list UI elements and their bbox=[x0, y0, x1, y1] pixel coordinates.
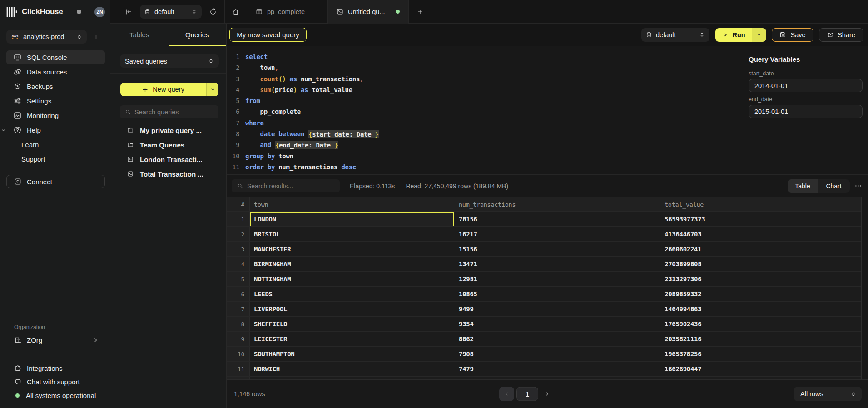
search-results-input[interactable]: Search results... bbox=[232, 179, 340, 192]
new-tab-button[interactable] bbox=[417, 9, 423, 15]
next-page-button[interactable] bbox=[544, 391, 550, 397]
current-page[interactable]: 1 bbox=[516, 387, 538, 401]
connect-button[interactable]: Connect bbox=[6, 175, 105, 188]
table-cell[interactable]: 9354 bbox=[454, 317, 661, 331]
table-cell[interactable]: 7479 bbox=[454, 362, 661, 376]
table-cell[interactable]: 2703899808 bbox=[661, 257, 861, 271]
page-size-selector[interactable]: All rows bbox=[794, 387, 862, 401]
query-list-item[interactable]: My private query ... bbox=[110, 123, 226, 138]
sidebar-footer-integrations[interactable]: Integrations bbox=[0, 361, 110, 375]
table-cell[interactable]: 13471 bbox=[454, 257, 661, 271]
sidebar-footer-chat-with-support[interactable]: Chat with support bbox=[0, 375, 110, 388]
table-cell[interactable]: 2660602241 bbox=[661, 242, 861, 256]
table-cell[interactable]: 3 bbox=[227, 242, 250, 256]
table-cell[interactable]: 1464994863 bbox=[661, 302, 861, 316]
tab-bar: pp_completeUntitled qu... bbox=[247, 0, 409, 24]
table-cell[interactable]: 1965378256 bbox=[661, 347, 861, 361]
topbar-database-selector[interactable]: default bbox=[140, 5, 202, 19]
sidebar-item-learn[interactable]: Learn bbox=[0, 138, 105, 152]
table-cell[interactable]: 56593977373 bbox=[661, 212, 861, 226]
table-cell[interactable]: LONDON bbox=[250, 212, 454, 226]
saved-queries-selector[interactable]: Saved queries bbox=[120, 54, 219, 68]
panel-tab-queries[interactable]: Queries bbox=[169, 24, 227, 46]
table-cell[interactable]: 2035821116 bbox=[661, 332, 861, 346]
view-tab-chart[interactable]: Chart bbox=[818, 179, 850, 193]
new-query-menu[interactable] bbox=[206, 83, 218, 96]
notification-dot[interactable] bbox=[77, 10, 81, 14]
table-cell[interactable]: 2089859332 bbox=[661, 287, 861, 301]
table-cell[interactable]: 8 bbox=[227, 317, 250, 331]
table-cell[interactable]: LEEDS bbox=[250, 287, 454, 301]
variable-input-start_date[interactable] bbox=[749, 79, 863, 92]
new-query-button[interactable]: New query bbox=[120, 83, 218, 96]
organization-switcher[interactable]: ZOrg bbox=[6, 333, 105, 347]
sidebar-item-monitoring[interactable]: Monitoring bbox=[6, 108, 105, 123]
run-button[interactable]: Run bbox=[715, 28, 766, 42]
table-cell[interactable]: SOUTHAMPTON bbox=[250, 347, 454, 361]
saved-query-pill[interactable]: My new saved query bbox=[229, 28, 307, 42]
table-cell[interactable]: NOTTINGHAM bbox=[250, 272, 454, 286]
editor-code: pp_complete bbox=[245, 106, 301, 117]
sql-editor[interactable]: 1select2 town,3 count() as num_transacti… bbox=[227, 46, 741, 174]
run-button-menu[interactable] bbox=[752, 28, 766, 42]
query-list-item[interactable]: London Transacti... bbox=[110, 152, 226, 167]
search-queries-input[interactable]: Search queries bbox=[120, 105, 218, 118]
organization-name: ZOrg bbox=[27, 336, 42, 344]
table-cell[interactable]: 9499 bbox=[454, 302, 661, 316]
new-query-main[interactable]: New query bbox=[120, 83, 206, 96]
view-tab-table[interactable]: Table bbox=[788, 179, 818, 193]
table-cell[interactable]: 16217 bbox=[454, 227, 661, 241]
table-cell[interactable]: 2313297306 bbox=[661, 272, 861, 286]
more-options-button[interactable] bbox=[854, 182, 862, 190]
save-button[interactable]: Save bbox=[772, 28, 813, 42]
table-cell[interactable]: 2 bbox=[227, 227, 250, 241]
avatar[interactable]: ZN bbox=[94, 7, 105, 17]
table-cell[interactable]: BRISTOL bbox=[250, 227, 454, 241]
sidebar-item-support[interactable]: Support bbox=[0, 152, 105, 167]
sidebar-item-sql-console[interactable]: SQL Console bbox=[6, 50, 105, 64]
table-cell[interactable]: 9 bbox=[227, 332, 250, 346]
panel-tab-tables[interactable]: Tables bbox=[110, 24, 169, 46]
table-cell[interactable]: 5 bbox=[227, 272, 250, 286]
table-cell[interactable]: 6 bbox=[227, 287, 250, 301]
table-cell[interactable]: 4136446703 bbox=[661, 227, 861, 241]
run-button-main[interactable]: Run bbox=[715, 28, 752, 42]
table-cell[interactable]: 12981 bbox=[454, 272, 661, 286]
tab-pp-complete[interactable]: pp_complete bbox=[247, 0, 328, 24]
table-cell[interactable]: 8862 bbox=[454, 332, 661, 346]
sidebar-footer-all-systems-operational[interactable]: All systems operational bbox=[0, 388, 110, 402]
query-list-item[interactable]: Team Queries bbox=[110, 138, 226, 152]
prev-page-button[interactable] bbox=[499, 387, 514, 401]
sidebar-item-help[interactable]: Help bbox=[6, 123, 105, 137]
refresh-icon[interactable] bbox=[209, 8, 217, 15]
table-cell[interactable]: NORWICH bbox=[250, 362, 454, 376]
variable-input-end_date[interactable] bbox=[749, 105, 863, 118]
sidebar-item-data-sources[interactable]: Data sources bbox=[6, 65, 105, 79]
table-cell[interactable]: 10 bbox=[227, 347, 250, 361]
table-cell[interactable]: LIVERPOOL bbox=[250, 302, 454, 316]
table-cell[interactable]: 11 bbox=[227, 362, 250, 376]
table-cell[interactable]: 10865 bbox=[454, 287, 661, 301]
table-cell[interactable]: 7908 bbox=[454, 347, 661, 361]
table-cell[interactable]: 1662690447 bbox=[661, 362, 861, 376]
add-service-button[interactable] bbox=[87, 34, 105, 40]
table-cell[interactable]: 15156 bbox=[454, 242, 661, 256]
table-cell[interactable]: 78156 bbox=[454, 212, 661, 226]
table-cell[interactable]: LEICESTER bbox=[250, 332, 454, 346]
table-cell[interactable]: 4 bbox=[227, 257, 250, 271]
table-cell[interactable]: 1 bbox=[227, 212, 250, 226]
table-cell[interactable]: MANCHESTER bbox=[250, 242, 454, 256]
share-button[interactable]: Share bbox=[819, 28, 863, 42]
collapse-sidebar-icon[interactable] bbox=[125, 8, 132, 15]
workspace-selector[interactable]: analytics-prod bbox=[6, 30, 87, 44]
sidebar-item-backups[interactable]: Backups bbox=[6, 79, 105, 93]
table-cell[interactable]: BIRMINGHAM bbox=[250, 257, 454, 271]
tab-untitled-qu-[interactable]: Untitled qu... bbox=[328, 0, 409, 24]
home-icon[interactable] bbox=[232, 8, 239, 15]
sidebar-item-settings[interactable]: Settings bbox=[6, 94, 105, 108]
table-cell[interactable]: 7 bbox=[227, 302, 250, 316]
run-database-selector[interactable]: default bbox=[641, 28, 709, 42]
table-cell[interactable]: SHEFFIELD bbox=[250, 317, 454, 331]
query-list-item[interactable]: Total Transaction ... bbox=[110, 167, 226, 181]
table-cell[interactable]: 1765902436 bbox=[661, 317, 861, 331]
